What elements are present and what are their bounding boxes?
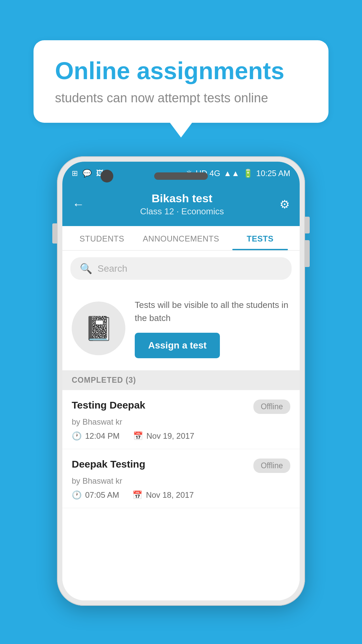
bubble-title: Online assignments xyxy=(55,58,307,84)
phone-camera xyxy=(101,170,113,182)
tab-announcements[interactable]: ANNOUNCEMENTS xyxy=(141,226,221,250)
clock-icon: 🕐 xyxy=(72,431,82,441)
test-meta: 🕐 12:04 PM 📅 Nov 19, 2017 xyxy=(72,431,290,441)
notebook-icon-circle: 📓 xyxy=(72,302,125,355)
phone-speaker xyxy=(154,172,208,180)
class-name: Bikash test xyxy=(140,192,224,205)
app1-icon: ⊞ xyxy=(72,169,78,178)
test-item-top: Testing Deepak Offline xyxy=(72,399,290,414)
test-time-value: 12:04 PM xyxy=(85,431,120,441)
app-header: ← Bikash test Class 12 · Economics ⚙ xyxy=(62,185,300,226)
speech-bubble: Online assignments students can now atte… xyxy=(34,40,328,123)
phone-frame: ⊞ 💬 🖼 ✳ HD 4G ▲▲ 🔋 10:25 AM ← Bikash tes… xyxy=(57,156,305,606)
test-time: 🕐 07:05 AM xyxy=(72,490,119,500)
assign-description: Tests will be visible to all the student… xyxy=(135,299,290,325)
assign-test-button[interactable]: Assign a test xyxy=(135,333,220,358)
test-meta: 🕐 07:05 AM 📅 Nov 18, 2017 xyxy=(72,490,290,500)
class-subtitle: Class 12 · Economics xyxy=(140,206,224,217)
test-date: 📅 Nov 19, 2017 xyxy=(133,431,194,441)
tab-tests[interactable]: TESTS xyxy=(221,226,300,250)
time-label: 10:25 AM xyxy=(256,169,290,178)
test-item[interactable]: Deepak Testing Offline by Bhaswat kr 🕐 0… xyxy=(62,449,300,508)
phone-screen: ⊞ 💬 🖼 ✳ HD 4G ▲▲ 🔋 10:25 AM ← Bikash tes… xyxy=(62,162,300,600)
assign-right: Tests will be visible to all the student… xyxy=(135,299,290,358)
whatsapp-icon: 💬 xyxy=(82,169,92,178)
phone-wrapper: ⊞ 💬 🖼 ✳ HD 4G ▲▲ 🔋 10:25 AM ← Bikash tes… xyxy=(57,156,305,606)
test-date-value: Nov 18, 2017 xyxy=(146,490,194,500)
test-author: by Bhaswat kr xyxy=(72,476,290,486)
side-button-right-top xyxy=(305,217,310,233)
test-time: 🕐 12:04 PM xyxy=(72,431,120,441)
header-title-block: Bikash test Class 12 · Economics xyxy=(140,192,224,217)
completed-header: COMPLETED (3) xyxy=(62,370,300,390)
test-item[interactable]: Testing Deepak Offline by Bhaswat kr 🕐 1… xyxy=(62,390,300,449)
test-badge: Offline xyxy=(253,459,290,473)
notebook-icon: 📓 xyxy=(84,315,113,342)
search-icon: 🔍 xyxy=(80,263,92,274)
test-name: Deepak Testing xyxy=(72,459,145,470)
battery-icon: 🔋 xyxy=(243,169,253,178)
test-time-value: 07:05 AM xyxy=(85,490,119,500)
tabs-bar: STUDENTS ANNOUNCEMENTS TESTS xyxy=(62,226,300,251)
assign-section: 📓 Tests will be visible to all the stude… xyxy=(62,286,300,370)
test-badge: Offline xyxy=(253,399,290,414)
test-date: 📅 Nov 18, 2017 xyxy=(132,490,194,500)
side-button-left xyxy=(52,223,57,244)
signal-icon: ▲▲ xyxy=(224,169,240,178)
back-button[interactable]: ← xyxy=(72,197,84,211)
clock-icon: 🕐 xyxy=(72,490,82,500)
side-button-right-bottom xyxy=(305,240,310,267)
search-box[interactable]: 🔍 Search xyxy=(70,257,292,280)
search-placeholder: Search xyxy=(98,263,127,274)
bubble-subtitle: students can now attempt tests online xyxy=(55,91,307,105)
settings-button[interactable]: ⚙ xyxy=(280,198,290,211)
tests-list: Testing Deepak Offline by Bhaswat kr 🕐 1… xyxy=(62,390,300,600)
test-date-value: Nov 19, 2017 xyxy=(146,431,194,441)
tab-students[interactable]: STUDENTS xyxy=(62,226,141,250)
search-container: 🔍 Search xyxy=(62,251,300,286)
status-icons-left: ⊞ 💬 🖼 xyxy=(72,169,104,178)
test-name: Testing Deepak xyxy=(72,399,145,411)
test-item-top: Deepak Testing Offline xyxy=(72,459,290,473)
test-author: by Bhaswat kr xyxy=(72,417,290,427)
calendar-icon: 📅 xyxy=(133,431,143,441)
calendar-icon: 📅 xyxy=(132,490,142,500)
